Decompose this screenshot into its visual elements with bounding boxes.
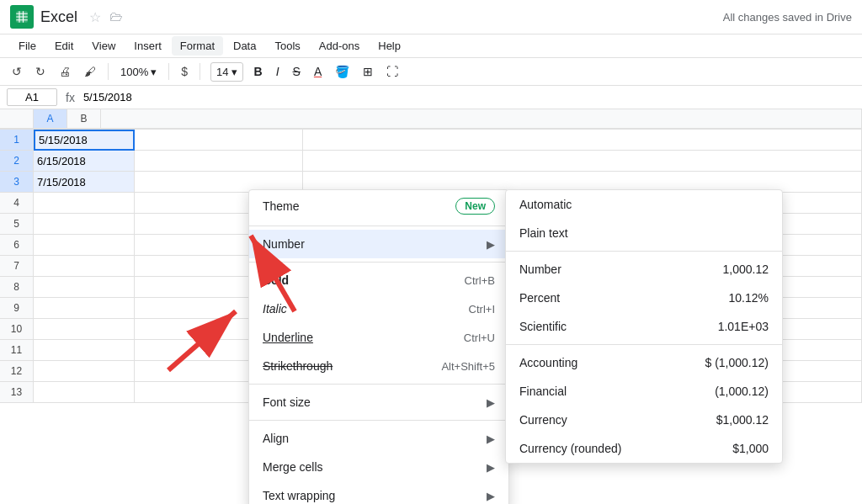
merge-arrow: ▶ [487,461,495,474]
font-size-select[interactable]: 14 ▾ [210,62,242,82]
automatic-label: Automatic [519,198,572,211]
strikethrough-shortcut: Alt+Shift+5 [441,360,495,373]
cell-b2[interactable] [135,151,303,172]
italic-shortcut: Ctrl+I [469,303,495,316]
menu-divider-2 [249,262,508,263]
num-plaintext[interactable]: Plain text [506,219,782,247]
strikethrough-button[interactable]: S [287,62,306,81]
app-container: Excel ☆ 🗁 All changes saved in Drive Fil… [0,0,862,504]
app-title: Excel [40,8,77,26]
plaintext-label: Plain text [519,226,568,240]
align-label: Align [263,432,289,445]
row-num-1: 1 [0,130,34,151]
accounting-val: $ (1,000.12) [705,356,769,369]
cell-a2[interactable]: 6/15/2018 [34,151,135,172]
num-accounting[interactable]: Accounting $ (1,000.12) [506,348,782,377]
number-type-val: 1,000.12 [723,263,769,276]
underline-a-label: A [314,65,322,78]
cell-c2[interactable] [303,151,862,172]
fontsize-label: Font size [263,395,311,409]
font-size-arrow: ▾ [231,66,237,78]
menu-edit[interactable]: Edit [46,36,82,56]
cell-a6[interactable] [34,235,135,256]
format-menu-bold[interactable]: Bold Ctrl+B [249,266,508,294]
menu-help[interactable]: Help [370,36,409,56]
num-divider-1 [506,251,782,252]
cell-a5[interactable] [34,214,135,235]
menu-tools[interactable]: Tools [266,36,308,56]
menu-insert[interactable]: Insert [125,36,170,56]
currency-button[interactable]: $ [176,61,193,82]
zoom-select[interactable]: 100% ▾ [115,63,162,81]
row-num-7: 7 [0,256,34,277]
format-menu-align[interactable]: Align ▶ [249,424,508,453]
num-currency-rounded[interactable]: Currency (rounded) $1,000 [506,434,782,463]
num-scientific[interactable]: Scientific 1.01E+03 [506,312,782,341]
menu-data[interactable]: Data [225,36,264,56]
align-arrow: ▶ [487,432,495,445]
star-icon[interactable]: ☆ [89,9,101,25]
row-num-5: 5 [0,214,34,235]
bold-button[interactable]: B [248,62,269,81]
cell-reference[interactable] [7,88,57,106]
num-automatic[interactable]: Automatic [506,190,782,219]
save-status: All changes saved in Drive [723,11,852,24]
menu-addons[interactable]: Add-ons [311,36,368,56]
cell-a9[interactable] [34,298,135,319]
cell-a1[interactable]: 5/15/2018 [34,130,135,151]
col-header-c[interactable] [101,109,862,130]
financial-val: (1,000.12) [715,385,769,398]
arrow-icon: ▶ [487,238,495,251]
formula-input[interactable] [83,91,855,103]
print-button[interactable]: 🖨 [54,61,76,82]
format-menu-merge[interactable]: Merge cells ▶ [249,453,508,481]
financial-label: Financial [519,385,567,398]
table-row: 2 6/15/2018 [0,151,862,172]
column-headers: A B [0,109,862,130]
italic-label: Italic [263,302,287,316]
cell-a12[interactable] [34,361,135,382]
menu-file[interactable]: File [10,36,45,56]
num-percent[interactable]: Percent 10.12% [506,284,782,312]
cell-a13[interactable] [34,382,135,403]
number-label: Number [263,237,305,251]
format-menu-number[interactable]: Number ▶ [249,230,508,258]
corner-header [0,109,34,130]
paint-format-button[interactable]: 🖌 [79,61,101,82]
merge-button[interactable]: ⛶ [380,62,404,81]
redo-button[interactable]: ↻ [30,61,51,82]
app-icon [10,5,34,29]
format-menu-strikethrough[interactable]: Strikethrough Alt+Shift+5 [249,352,508,380]
menu-view[interactable]: View [83,36,124,56]
menu-divider-4 [249,420,508,421]
italic-button[interactable]: I [270,62,285,81]
borders-button[interactable]: ⊞ [357,62,379,81]
format-menu-fontsize[interactable]: Font size ▶ [249,388,508,416]
underline-button[interactable]: A [308,62,327,81]
zoom-value: 100% [120,66,148,78]
cell-a10[interactable] [34,319,135,340]
col-header-b[interactable]: B [67,109,101,130]
format-menu-underline[interactable]: Underline Ctrl+U [249,323,508,352]
num-financial[interactable]: Financial (1,000.12) [506,377,782,406]
cell-a7[interactable] [34,256,135,277]
num-number[interactable]: Number 1,000.12 [506,255,782,284]
toolbar: ↺ ↻ 🖨 🖌 100% ▾ $ 14 ▾ B I S A 🪣 ⊞ ⛶ [0,58,862,86]
format-menu-italic[interactable]: Italic Ctrl+I [249,294,508,323]
fill-color-button[interactable]: 🪣 [329,62,355,81]
folder-icon[interactable]: 🗁 [109,9,123,24]
undo-button[interactable]: ↺ [7,61,27,82]
cell-a4[interactable] [34,193,135,214]
format-menu-textwrap[interactable]: Text wrapping ▶ [249,481,508,504]
menu-format[interactable]: Format [172,36,223,56]
cell-a8[interactable] [34,277,135,298]
col-header-a[interactable]: A [34,109,67,130]
num-currency[interactable]: Currency $1,000.12 [506,406,782,434]
sheet-area: A B 1 5/15/2018 2 6/15/2018 3 7/15/2018 [0,109,862,504]
row-num-11: 11 [0,340,34,361]
cell-b1[interactable] [135,130,303,151]
cell-a3[interactable]: 7/15/2018 [34,172,135,193]
cell-c1[interactable] [303,130,862,151]
cell-a11[interactable] [34,340,135,361]
format-menu-theme[interactable]: Theme New [249,190,508,222]
